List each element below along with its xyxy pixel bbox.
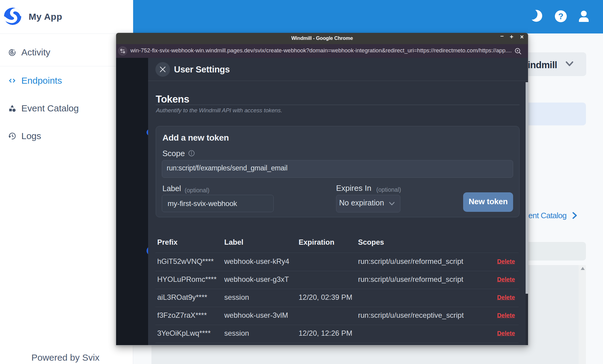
svg-text:?: ? (558, 12, 563, 21)
